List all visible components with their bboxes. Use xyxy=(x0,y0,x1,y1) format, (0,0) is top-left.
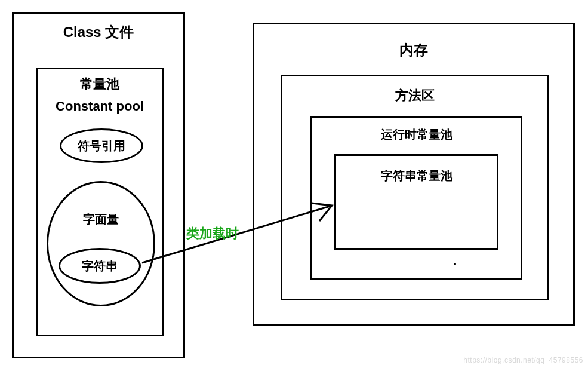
constant-pool-title-cn: 常量池 xyxy=(36,76,164,92)
string-label: 字符串 xyxy=(82,259,118,273)
literal-label: 字面量 xyxy=(47,212,155,226)
class-file-title: Class 文件 xyxy=(12,24,185,41)
watermark-text: https://blog.csdn.net/qq_45798556 xyxy=(463,356,583,364)
runtime-const-pool-title: 运行时常量池 xyxy=(310,127,522,142)
constant-pool-title-en: Constant pool xyxy=(36,99,164,114)
memory-title: 内存 xyxy=(253,42,575,59)
string-ellipse: 字符串 xyxy=(59,248,141,284)
symbol-ref-label: 符号引用 xyxy=(78,139,125,153)
dot-icon xyxy=(454,263,456,265)
string-const-pool-title: 字符串常量池 xyxy=(334,168,498,183)
arrow-label: 类加载时 xyxy=(186,226,239,241)
diagram-root: Class 文件 常量池 Constant pool 符号引用 字面量 字符串 … xyxy=(0,0,588,368)
literal-ellipse xyxy=(47,181,155,306)
method-area-title: 方法区 xyxy=(281,88,549,103)
symbol-ref-ellipse: 符号引用 xyxy=(60,128,143,163)
